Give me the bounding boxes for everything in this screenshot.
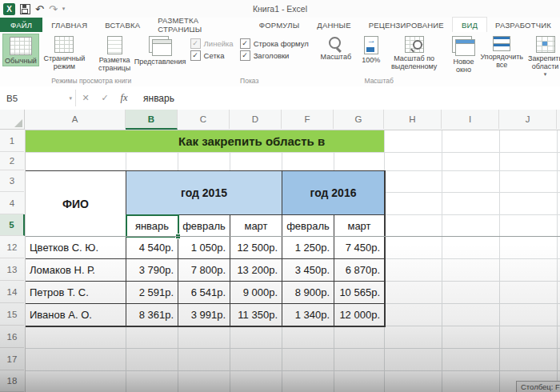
tab-view[interactable]: ВИД — [453, 18, 486, 32]
tab-data[interactable]: ДАННЫЕ — [308, 18, 359, 32]
month-header-cell[interactable]: февраль — [282, 215, 334, 237]
value-cell[interactable]: 10 565р. — [334, 282, 385, 304]
column-header-A[interactable]: A — [25, 110, 126, 129]
value-cell[interactable]: 1 340р. — [282, 304, 334, 326]
value-cell[interactable]: 12 000р. — [334, 304, 385, 326]
name-cell[interactable]: Ломаков Н. Р. — [26, 259, 126, 282]
column-header-H[interactable]: H — [384, 110, 442, 129]
custom-views-button[interactable]: Представления — [140, 34, 181, 66]
column-header-I[interactable]: I — [442, 110, 499, 129]
insert-function-icon[interactable]: fx — [114, 92, 134, 104]
fio-header-cell[interactable]: ФИО — [26, 171, 126, 237]
select-all-corner[interactable] — [0, 110, 25, 130]
row-header-3[interactable]: 3 — [0, 170, 24, 192]
value-cell[interactable]: 3 991р. — [178, 304, 230, 326]
tab-insert[interactable]: ВСТАВКА — [96, 18, 149, 32]
row-header-12[interactable]: 12 — [0, 236, 24, 258]
value-cell[interactable]: 1 250р. — [282, 237, 334, 259]
tab-home[interactable]: ГЛАВНАЯ — [42, 18, 96, 32]
value-cell[interactable]: 3 450р. — [282, 259, 334, 282]
year-2015-header-cell[interactable]: год 2015 — [126, 171, 282, 215]
checkbox-label: Заголовки — [254, 51, 290, 60]
page-break-view-button[interactable]: Страничный режим — [39, 34, 90, 72]
page-layout-view-button[interactable]: Разметка страницы — [90, 34, 140, 74]
tab-formulas[interactable]: ФОРМУЛЫ — [250, 18, 309, 32]
enter-icon[interactable]: ✓ — [95, 93, 114, 103]
name-cell[interactable]: Цветков С. Ю. — [26, 237, 126, 259]
tab-page-layout[interactable]: РАЗМЕТКА СТРАНИЦЫ — [149, 18, 250, 32]
gridline — [25, 348, 560, 349]
column-header-B[interactable]: B — [126, 110, 178, 130]
group-workbook-views: Обычный Страничный режим Разметка страни… — [0, 32, 183, 86]
tab-review[interactable]: РЕЦЕНЗИРОВАНИЕ — [360, 18, 453, 32]
column-header-F[interactable]: F — [282, 110, 334, 129]
gridlines-checkbox[interactable]: ✓ Сетка — [190, 50, 234, 61]
value-cell[interactable]: 13 200р. — [230, 259, 282, 282]
freeze-panes-icon — [536, 36, 555, 53]
name-box[interactable]: B5 ▾ — [0, 86, 75, 110]
value-cell[interactable]: 4 540р. — [126, 237, 178, 259]
value-cell[interactable]: 12 500р. — [230, 237, 282, 259]
checkbox-label: Сетка — [204, 51, 225, 60]
headings-checkbox[interactable]: ✓ Заголовки — [240, 50, 309, 61]
title-banner-cell[interactable]: Как закрепить область в — [25, 130, 384, 152]
new-window-button[interactable]: Новое окно — [446, 34, 482, 75]
checkbox-icon: ✓ — [240, 50, 250, 61]
normal-view-button[interactable]: Обычный — [2, 34, 39, 66]
button-label: Разметка страницы — [92, 56, 138, 73]
ruler-checkbox: ✓ Линейка — [190, 38, 234, 49]
custom-views-icon — [152, 39, 172, 56]
row-header-2[interactable]: 2 — [0, 152, 24, 170]
row-header-16[interactable]: 16 — [0, 326, 24, 348]
value-cell[interactable]: 7 450р. — [334, 237, 385, 259]
zoom-to-selection-button[interactable]: Масштаб по выделенному — [389, 34, 440, 72]
value-cell[interactable]: 3 790р. — [126, 259, 178, 282]
value-cell[interactable]: 9 000р. — [230, 282, 282, 304]
formula-input[interactable]: январь — [134, 93, 174, 104]
month-header-cell[interactable]: январь — [126, 215, 178, 237]
value-cell[interactable]: 6 870р. — [334, 259, 385, 282]
month-header-cell[interactable]: март — [230, 215, 282, 237]
cancel-icon[interactable]: ✕ — [76, 93, 95, 103]
zoom-button[interactable]: Масштаб — [318, 34, 354, 62]
row-header-14[interactable]: 14 — [0, 281, 24, 303]
row-header-5[interactable]: 5 — [0, 214, 25, 236]
zoom-100-icon — [364, 36, 378, 54]
arrange-all-button[interactable]: Упорядочить все — [482, 34, 522, 70]
column-header-C[interactable]: C — [178, 110, 230, 129]
value-cell[interactable]: 1 050р. — [178, 237, 230, 259]
group-label: Масштаб — [318, 76, 440, 86]
formula-bar: B5 ▾ ✕ ✓ fx январь — [0, 86, 560, 110]
value-cell[interactable]: 7 800р. — [178, 259, 230, 282]
freeze-panes-button[interactable]: Закрепить области ▾ — [522, 34, 560, 78]
column-header-G[interactable]: G — [334, 110, 384, 129]
year-2016-header-cell[interactable]: год 2016 — [282, 171, 385, 215]
group-label: Показ — [187, 76, 312, 86]
zoom-100-button[interactable]: 100% — [354, 34, 389, 65]
row-header-17[interactable]: 17 — [0, 348, 24, 370]
column-header-J[interactable]: J — [499, 110, 557, 129]
value-cell[interactable]: 8 361р. — [126, 304, 178, 326]
row-header-1[interactable]: 1 — [0, 130, 24, 152]
name-cell[interactable]: Иванов А. О. — [26, 304, 126, 326]
status-tooltip: Столбец: F — [516, 381, 560, 392]
month-header-cell[interactable]: март — [334, 215, 385, 237]
column-header-D[interactable]: D — [230, 110, 282, 129]
title-bar: X ↶ ↷ ▾ Книга1 - Excel — [0, 0, 560, 18]
name-cell[interactable]: Петров Т. С. — [26, 282, 126, 304]
button-label: Страничный режим — [42, 54, 87, 71]
tab-developer[interactable]: РАЗРАБОТЧИК — [486, 18, 560, 32]
row-header-18[interactable]: 18 — [0, 370, 24, 392]
tab-file[interactable]: ФАЙЛ — [0, 18, 42, 32]
value-cell[interactable]: 6 541р. — [178, 282, 230, 304]
value-cell[interactable]: 8 900р. — [282, 282, 334, 304]
formula-bar-checkbox[interactable]: ✓ Строка формул — [240, 38, 309, 49]
row-header-13[interactable]: 13 — [0, 258, 24, 281]
button-label: Масштаб по выделенному — [391, 54, 438, 71]
month-header-cell[interactable]: февраль — [178, 215, 230, 237]
row-header-15[interactable]: 15 — [0, 303, 24, 326]
worksheet[interactable]: Как закрепить область в ФИО год 2015 год… — [0, 110, 560, 392]
value-cell[interactable]: 11 350р. — [230, 304, 282, 326]
row-header-4[interactable]: 4 — [0, 192, 24, 214]
value-cell[interactable]: 2 591р. — [126, 282, 178, 304]
